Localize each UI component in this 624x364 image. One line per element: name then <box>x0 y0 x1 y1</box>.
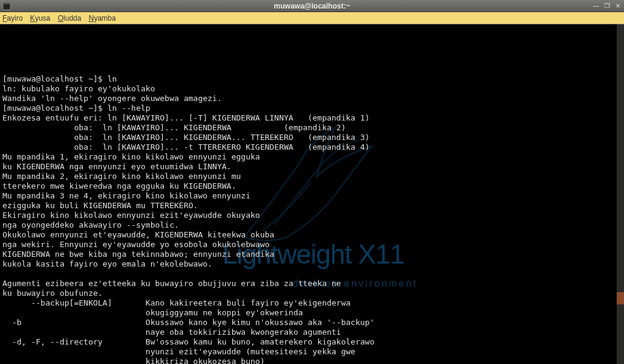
menu-nyamba[interactable]: Nyamba <box>88 14 116 23</box>
maximize-button[interactable]: ❐ <box>602 2 612 10</box>
menu-fayiro[interactable]: Fayiro <box>2 14 23 23</box>
menu-oludda[interactable]: Oludda <box>58 14 82 23</box>
window-controls: — ❐ ✕ <box>591 2 623 10</box>
window-title: muwawa@localhost:~ <box>274 2 350 10</box>
menubar: Fayiro Kyusa Oludda Nyamba <box>0 12 624 24</box>
terminal-output: [muwawa@localhost ~]$ ln ln: kubulako fa… <box>2 74 622 364</box>
terminal[interactable]: Lightweight X11 desktop environment [muw… <box>0 24 624 364</box>
close-button[interactable]: ✕ <box>613 2 623 10</box>
window-titlebar: muwawa@localhost:~ — ❐ ✕ <box>0 0 624 12</box>
menu-kyusa[interactable]: Kyusa <box>30 14 50 23</box>
minimize-button[interactable]: — <box>591 2 601 10</box>
app-icon <box>2 2 11 10</box>
svg-rect-1 <box>3 2 10 4</box>
